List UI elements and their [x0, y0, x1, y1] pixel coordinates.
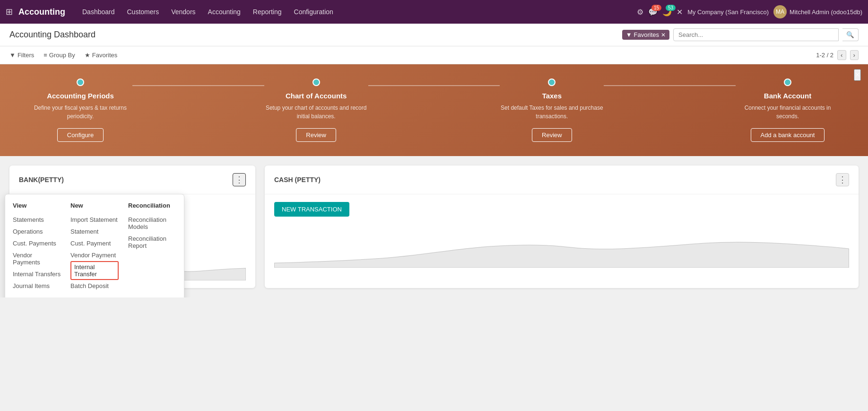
next-page-button[interactable]: › — [850, 50, 859, 60]
banner-steps-row: Accounting Periods Define your fiscal ye… — [28, 79, 840, 142]
dropdown-vendor-payments[interactable]: Vendor Payments — [13, 249, 61, 268]
setup-banner: × Accounting Periods Define your fiscal … — [0, 64, 868, 156]
dropdown-internal-transfer[interactable]: Internal Transfer — [70, 261, 119, 280]
dropdown-operations[interactable]: Operations — [13, 226, 61, 237]
bank-petty-card-header: BANK(PETTY) ⋮ — [9, 166, 255, 194]
bank-petty-title: BANK(PETTY) — [19, 176, 64, 184]
search-input[interactable] — [673, 28, 839, 41]
new-col-title: New — [70, 202, 119, 209]
dropdown-internal-transfers[interactable]: Internal Transfers — [13, 268, 61, 280]
dropdown-reconciliation-report[interactable]: Reconciliation Report — [128, 233, 176, 252]
dropdown-new-col: New Import Statement Statement Cust. Pay… — [70, 202, 119, 292]
moon-badge: 53 — [666, 5, 676, 11]
active-filter-tag[interactable]: ▼ Favorites ✕ — [622, 30, 669, 40]
prev-page-button[interactable]: ‹ — [837, 50, 846, 60]
group-by-button[interactable]: ≡ Group By — [43, 52, 75, 59]
bank-petty-menu-button[interactable]: ⋮ — [233, 173, 246, 186]
dropdown-cust-payment[interactable]: Cust. Payment — [70, 237, 119, 249]
favorites-label: Favorites — [92, 52, 117, 59]
step-desc-1: Define your fiscal years & tax returns p… — [28, 104, 132, 121]
nav-configuration[interactable]: Configuration — [288, 5, 339, 18]
search-bar: ▼ Favorites ✕ 🔍 — [622, 28, 859, 41]
dropdown-statement[interactable]: Statement — [70, 226, 119, 237]
company-name: My Company (San Francisco) — [687, 9, 769, 16]
step-btn-add-bank[interactable]: Add a bank account — [751, 128, 825, 142]
record-range: 1-2 / 2 — [816, 52, 833, 59]
topnav-right: ⚙ 💬 15 🌙 53 ✕ My Company (San Francisco)… — [637, 5, 862, 18]
step-btn-review-1[interactable]: Review — [296, 128, 336, 142]
banner-step-bank-account: Bank Account Connect your financial acco… — [736, 79, 840, 142]
page-title: Accounting Dashboard — [9, 30, 95, 40]
nav-customers[interactable]: Customers — [122, 5, 165, 18]
new-transaction-button[interactable]: NEW TRANSACTION — [274, 202, 349, 217]
nav-dashboard[interactable]: Dashboard — [77, 5, 121, 18]
step-title-1: Accounting Periods — [28, 92, 132, 100]
group-by-label: Group By — [49, 52, 75, 59]
step-desc-3: Set default Taxes for sales and purchase… — [500, 104, 604, 121]
close-icon[interactable]: ✕ — [677, 8, 683, 17]
dropdown-reconciliation-models[interactable]: Reconciliation Models — [128, 214, 176, 233]
grid-icon[interactable]: ⊞ — [6, 7, 13, 17]
cash-petty-card: CASH (PETTY) ⋮ NEW TRANSACTION — [265, 166, 859, 288]
view-col-title: View — [13, 202, 61, 209]
main-content: BANK(PETTY) ⋮ ONLINE SYNCHRON... Create … — [0, 156, 868, 297]
banner-step-taxes: Taxes Set default Taxes for sales and pu… — [500, 79, 604, 142]
bank-petty-dropdown-menu: View Statements Operations Cust. Payment… — [5, 194, 184, 297]
nav-reporting[interactable]: Reporting — [247, 5, 287, 18]
step-btn-review-2[interactable]: Review — [532, 128, 572, 142]
favorites-button[interactable]: ★ Favorites — [85, 52, 117, 59]
user-name: Mitchell Admin (odoo15db) — [790, 9, 862, 16]
filter-controls: ▼ Filters ≡ Group By ★ Favorites — [9, 52, 117, 59]
filters-button[interactable]: ▼ Filters — [9, 52, 34, 59]
dropdown-vendor-payment[interactable]: Vendor Payment — [70, 249, 119, 261]
nav-menu: Dashboard Customers Vendors Accounting R… — [77, 5, 635, 18]
banner-step-chart-accounts: Chart of Accounts Setup your chart of ac… — [264, 79, 368, 142]
cash-petty-title: CASH (PETTY) — [274, 176, 321, 184]
bank-petty-card: BANK(PETTY) ⋮ ONLINE SYNCHRON... Create … — [9, 166, 255, 288]
dropdown-journal-items[interactable]: Journal Items — [13, 280, 61, 292]
step-title-2: Chart of Accounts — [264, 92, 368, 100]
pagination: 1-2 / 2 ‹ › — [816, 50, 859, 60]
dropdown-statements[interactable]: Statements — [13, 214, 61, 226]
banner-line-1 — [132, 85, 264, 86]
nav-accounting[interactable]: Accounting — [202, 5, 246, 18]
moon-icon[interactable]: 🌙 53 — [662, 8, 672, 17]
step-dot-3 — [548, 79, 556, 86]
filter-icon: ▼ — [626, 31, 632, 38]
cash-petty-menu-button[interactable]: ⋮ — [836, 173, 849, 186]
dropdown-batch-deposit[interactable]: Batch Deposit — [70, 280, 119, 292]
banner-line-2 — [368, 85, 500, 86]
banner-connector-1 — [132, 79, 264, 86]
banner-close-button[interactable]: × — [854, 69, 861, 81]
user-menu[interactable]: MA Mitchell Admin (odoo15db) — [773, 5, 862, 18]
top-navigation: ⊞ Accounting Dashboard Customers Vendors… — [0, 0, 868, 24]
filter-tag-close[interactable]: ✕ — [661, 32, 666, 38]
banner-line-3 — [604, 85, 736, 86]
step-title-4: Bank Account — [736, 92, 840, 100]
settings-icon[interactable]: ⚙ — [637, 8, 643, 17]
chat-badge: 15 — [651, 5, 661, 11]
step-dot-2 — [312, 79, 320, 86]
banner-connector-2 — [368, 79, 500, 86]
step-desc-2: Setup your chart of accounts and record … — [264, 104, 368, 121]
cash-chart-area — [274, 220, 849, 268]
chat-icon[interactable]: 💬 15 — [648, 8, 658, 17]
user-avatar: MA — [773, 5, 787, 18]
search-button[interactable]: 🔍 — [842, 28, 859, 41]
filter-row: ▼ Filters ≡ Group By ★ Favorites 1-2 / 2… — [0, 46, 868, 64]
dropdown-columns: View Statements Operations Cust. Payment… — [13, 202, 176, 292]
page-header: Accounting Dashboard ▼ Favorites ✕ 🔍 — [0, 24, 868, 46]
banner-step-accounting-periods: Accounting Periods Define your fiscal ye… — [28, 79, 132, 142]
filter-funnel-icon: ▼ — [9, 52, 16, 59]
reconciliation-col-title: Reconciliation — [128, 202, 176, 209]
dropdown-cust-payments[interactable]: Cust. Payments — [13, 237, 61, 249]
dropdown-view-col: View Statements Operations Cust. Payment… — [13, 202, 61, 292]
filter-tag-label: Favorites — [634, 31, 659, 38]
step-dot-4 — [784, 79, 791, 86]
nav-vendors[interactable]: Vendors — [165, 5, 201, 18]
step-btn-configure[interactable]: Configure — [57, 128, 104, 142]
dropdown-import-statement[interactable]: Import Statement — [70, 214, 119, 226]
cash-petty-card-header: CASH (PETTY) ⋮ — [265, 166, 859, 194]
filters-label: Filters — [17, 52, 34, 59]
app-brand: Accounting — [18, 7, 65, 17]
